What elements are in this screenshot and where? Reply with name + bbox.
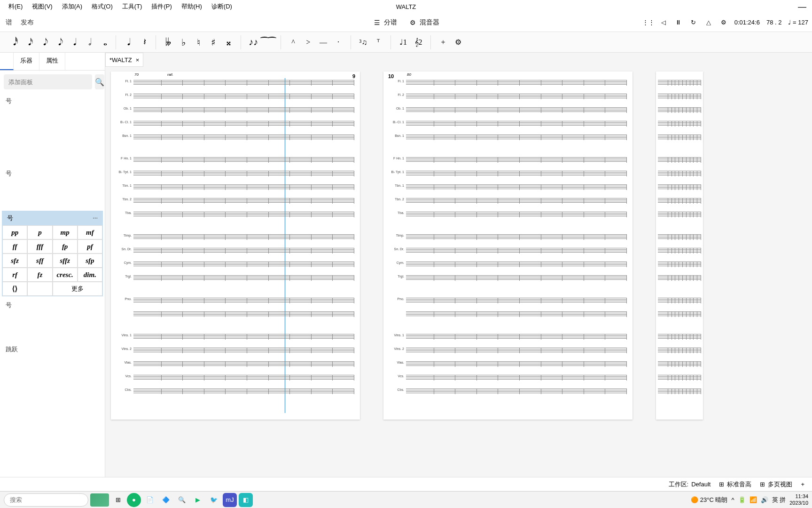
zoom-in[interactable]: + — [801, 481, 804, 488]
staff[interactable]: Ob. 1 — [406, 105, 627, 115]
staff[interactable]: Bsn. 1 — [406, 133, 627, 142]
staff[interactable] — [658, 92, 701, 101]
staff[interactable] — [658, 359, 701, 369]
palette-section[interactable]: 号 — [0, 93, 105, 109]
close-tab-icon[interactable]: × — [136, 56, 140, 64]
staff[interactable]: Cym. — [133, 260, 354, 269]
staff[interactable]: Cbs. — [133, 387, 354, 396]
staff[interactable] — [658, 155, 701, 165]
staff[interactable]: Timp. — [133, 232, 354, 242]
note-8th[interactable]: 𝅘𝅥𝅮 — [52, 34, 65, 51]
dynamic-cresc[interactable]: cresc. — [53, 268, 78, 282]
staff[interactable]: Vlns. 1 — [406, 332, 627, 341]
staff[interactable]: Trgl. — [406, 273, 627, 283]
tie-button[interactable]: ♪♪ — [247, 34, 260, 51]
staff[interactable]: Vcs. — [133, 373, 354, 382]
menu-view[interactable]: 视图(V) — [27, 1, 57, 12]
note-whole[interactable]: 𝅝 — [97, 34, 110, 51]
staff[interactable] — [658, 119, 701, 128]
dynamic-fz[interactable]: fz — [27, 268, 52, 282]
task-view-icon[interactable]: ⊞ — [111, 493, 125, 507]
app-icon[interactable]: 🔷 — [159, 493, 173, 507]
grip-icon[interactable]: ⋮⋮ — [644, 18, 653, 27]
staff[interactable] — [658, 78, 701, 87]
document-tab[interactable]: *WALTZ × — [105, 53, 143, 67]
palette-search[interactable] — [4, 74, 92, 89]
staff[interactable]: Fl. 1 — [406, 78, 627, 87]
staff[interactable]: Pno. — [133, 296, 354, 305]
tenuto[interactable]: — — [317, 34, 330, 51]
staff[interactable] — [658, 346, 701, 355]
note-32nd[interactable]: 𝅘𝅥𝅯 — [22, 34, 35, 51]
app-icon[interactable]: 🔍 — [175, 493, 189, 507]
sharp[interactable]: ♯ — [207, 34, 220, 51]
staff[interactable] — [658, 183, 701, 192]
mixer-button[interactable]: ⚙ 混音器 — [408, 18, 439, 27]
staff[interactable]: Vlas. — [133, 359, 354, 369]
staff[interactable]: Vlas. — [406, 359, 627, 369]
staff[interactable] — [658, 332, 701, 341]
staff[interactable] — [658, 260, 701, 269]
dynamic-rf[interactable]: rf — [2, 268, 27, 282]
staff[interactable]: Fl. 2 — [133, 92, 354, 101]
staff[interactable] — [658, 373, 701, 382]
metronome-icon[interactable]: △ — [704, 18, 713, 27]
tab-palettes[interactable] — [0, 53, 14, 70]
staff[interactable]: Tbn. 2 — [133, 196, 354, 206]
staff[interactable] — [658, 196, 701, 206]
staff[interactable]: Tba. — [133, 210, 354, 219]
dynamic-sffz[interactable]: sffz — [53, 254, 78, 268]
staff[interactable]: Sn. Dr. — [406, 246, 627, 255]
dynamic-fff[interactable]: fff — [27, 239, 52, 254]
staff[interactable]: Vlns. 1 — [133, 332, 354, 341]
staff[interactable] — [133, 310, 354, 319]
staff[interactable] — [658, 133, 701, 142]
workspace-selector[interactable]: 工作区: Default — [669, 480, 711, 489]
widgets-icon[interactable] — [90, 493, 109, 507]
rewind-icon[interactable]: ◁ — [659, 18, 668, 27]
menu-diagnostic[interactable]: 诊断(D) — [207, 1, 237, 12]
publish-tab[interactable]: 发布 — [21, 18, 34, 27]
note-16th[interactable]: 𝅘𝅥𝅮 — [37, 34, 50, 51]
staff[interactable] — [658, 232, 701, 242]
score-page-10[interactable]: 10 80 Fl. 1Fl. 2Ob. 1B♭ Cl. 1Bsn. 1F Hn.… — [383, 71, 632, 420]
staff[interactable]: Fl. 2 — [406, 92, 627, 101]
staff[interactable]: Vlns. 2 — [406, 346, 627, 355]
slur-button[interactable]: ⁀⁀ — [262, 34, 275, 51]
staff[interactable]: Cbs. — [406, 387, 627, 396]
staff[interactable]: F Hn. 1 — [133, 155, 354, 165]
staff[interactable]: B♭ Tpt. 1 — [406, 169, 627, 178]
staff[interactable] — [658, 296, 701, 305]
staff[interactable]: Tbn. 1 — [406, 183, 627, 192]
taskbar-search[interactable] — [4, 493, 88, 507]
staff[interactable]: B♭ Tpt. 1 — [133, 169, 354, 178]
palette-menu-icon[interactable]: ··· — [93, 214, 98, 222]
dynamic-mp[interactable]: mp — [53, 225, 78, 239]
menu-plugins[interactable]: 插件(P) — [147, 1, 176, 12]
palette-section[interactable]: 号 — [0, 166, 105, 182]
note-64th[interactable]: 𝅘𝅥𝅰 — [7, 34, 20, 51]
staff[interactable] — [406, 310, 627, 319]
accent[interactable]: > — [302, 34, 315, 51]
staccato[interactable]: · — [332, 34, 345, 51]
app-icon[interactable]: 🐦 — [207, 493, 221, 507]
staff[interactable]: Bsn. 1 — [133, 133, 354, 142]
more-button[interactable]: 更多 — [53, 282, 103, 296]
menu-tools[interactable]: 工具(T) — [117, 1, 147, 12]
staff[interactable] — [658, 210, 701, 219]
clock[interactable]: 11:34 2023/10 — [789, 493, 808, 506]
flip-button[interactable]: ᵀ — [372, 34, 385, 51]
double-flat[interactable]: 𝄫 — [162, 34, 175, 51]
toolbar-settings[interactable]: ⚙ — [452, 34, 465, 51]
staff[interactable] — [658, 273, 701, 283]
settings-icon[interactable]: ⚙ — [719, 18, 728, 27]
dynamic-sff[interactable]: sff — [27, 254, 52, 268]
score-page-9[interactable]: 9 70 rall. Fl. 1Fl. 2Ob. 1B♭ Cl. 1Bsn. 1… — [111, 71, 360, 420]
add-button[interactable]: + — [437, 34, 450, 51]
dynamic-fp[interactable]: fp — [53, 239, 78, 254]
staff[interactable]: Cym. — [406, 260, 627, 269]
dynamic-p[interactable]: p — [27, 225, 52, 239]
tray-icon[interactable]: 📶 — [750, 496, 757, 503]
staff[interactable]: Vcs. — [406, 373, 627, 382]
menu-edit[interactable]: 料(E) — [4, 1, 27, 12]
